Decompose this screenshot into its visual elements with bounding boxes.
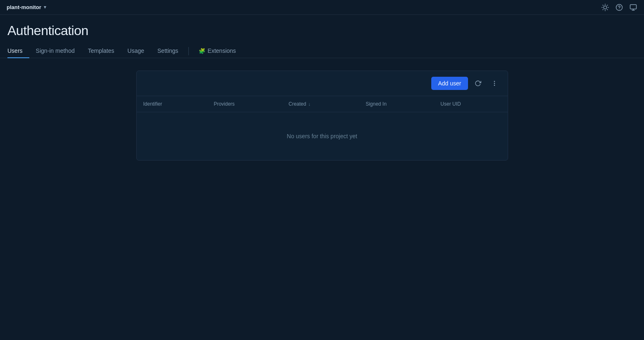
tab-settings[interactable]: Settings [151, 44, 185, 58]
svg-point-16 [494, 85, 494, 85]
empty-state-message: No users for this project yet [137, 112, 508, 161]
tab-users[interactable]: Users [7, 44, 29, 58]
topbar: plant-monitor ▾ [0, 0, 644, 15]
svg-line-7 [603, 9, 603, 9]
tab-extensions[interactable]: 🧩 Extensions [192, 44, 242, 58]
sort-desc-icon: ↓ [308, 102, 311, 106]
theme-toggle-icon[interactable] [601, 3, 609, 12]
tabs-nav: Users Sign-in method Templates Usage Set… [0, 44, 644, 58]
users-table-panel: Add user Identifier [136, 71, 508, 161]
help-icon[interactable] [615, 3, 623, 12]
svg-line-3 [603, 5, 603, 5]
tab-sign-in-method[interactable]: Sign-in method [29, 44, 81, 58]
svg-line-4 [607, 9, 608, 9]
extensions-icon: 🧩 [199, 48, 205, 54]
refresh-button[interactable] [471, 77, 485, 90]
table-header: Identifier Providers Created ↓ Signed In [137, 96, 508, 112]
page-title-area: Authentication [0, 15, 644, 38]
tab-usage[interactable]: Usage [121, 44, 151, 58]
svg-point-15 [494, 83, 494, 83]
add-user-button[interactable]: Add user [431, 77, 468, 90]
empty-state-row: No users for this project yet [137, 112, 508, 161]
col-created[interactable]: Created ↓ [282, 96, 359, 112]
tab-templates[interactable]: Templates [81, 44, 121, 58]
svg-rect-11 [630, 5, 637, 9]
col-providers: Providers [207, 96, 282, 112]
app-name-area[interactable]: plant-monitor ▾ [7, 4, 46, 10]
tab-divider [188, 47, 189, 55]
chevron-down-icon: ▾ [44, 5, 46, 10]
page-title: Authentication [7, 23, 637, 38]
svg-point-0 [604, 6, 607, 9]
users-table: Identifier Providers Created ↓ Signed In [137, 96, 508, 160]
app-name-label: plant-monitor [7, 4, 41, 10]
notifications-icon[interactable] [629, 3, 637, 12]
col-identifier: Identifier [137, 96, 207, 112]
col-user-uid: User UID [434, 96, 507, 112]
more-options-button[interactable] [488, 77, 501, 90]
svg-point-14 [494, 81, 494, 82]
table-toolbar: Add user [137, 71, 508, 96]
svg-line-8 [607, 5, 608, 5]
col-signed-in: Signed In [359, 96, 434, 112]
table-body: No users for this project yet [137, 112, 508, 161]
main-content: Add user Identifier [0, 58, 644, 173]
topbar-actions [601, 3, 637, 12]
